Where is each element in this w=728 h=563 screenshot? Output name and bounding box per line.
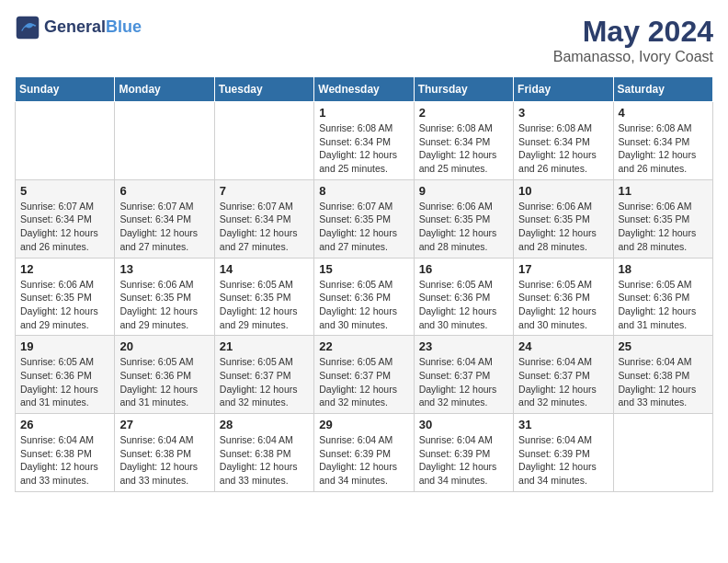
day-number: 2 xyxy=(419,106,508,120)
calendar-cell: 18Sunrise: 6:05 AM Sunset: 6:36 PM Dayli… xyxy=(613,258,712,336)
day-number: 29 xyxy=(319,418,408,431)
day-info: Sunrise: 6:04 AM Sunset: 6:37 PM Dayligh… xyxy=(518,355,608,409)
calendar-cell xyxy=(613,414,712,492)
calendar-cell: 16Sunrise: 6:05 AM Sunset: 6:36 PM Dayli… xyxy=(414,258,513,336)
page-title: May 2024 xyxy=(553,15,713,49)
day-info: Sunrise: 6:04 AM Sunset: 6:38 PM Dayligh… xyxy=(619,355,708,409)
weekday-header-wednesday: Wednesday xyxy=(314,77,414,102)
day-number: 14 xyxy=(220,262,309,276)
day-number: 9 xyxy=(419,184,508,198)
day-info: Sunrise: 6:06 AM Sunset: 6:35 PM Dayligh… xyxy=(119,278,209,332)
day-number: 19 xyxy=(20,339,109,353)
calendar-cell: 31Sunrise: 6:04 AM Sunset: 6:39 PM Dayli… xyxy=(514,414,613,492)
day-info: Sunrise: 6:08 AM Sunset: 6:34 PM Dayligh… xyxy=(518,121,608,176)
calendar-cell: 26Sunrise: 6:04 AM Sunset: 6:38 PM Dayli… xyxy=(16,414,115,492)
calendar-cell: 25Sunrise: 6:04 AM Sunset: 6:38 PM Dayli… xyxy=(613,336,712,414)
calendar-cell: 17Sunrise: 6:05 AM Sunset: 6:36 PM Dayli… xyxy=(514,258,613,336)
calendar-cell: 7Sunrise: 6:07 AM Sunset: 6:34 PM Daylig… xyxy=(214,179,313,258)
page-header: GeneralBlue May 2024 Bamanasso, Ivory Co… xyxy=(15,15,713,65)
day-info: Sunrise: 6:06 AM Sunset: 6:35 PM Dayligh… xyxy=(20,278,109,332)
calendar-cell: 24Sunrise: 6:04 AM Sunset: 6:37 PM Dayli… xyxy=(514,336,613,414)
calendar-cell: 13Sunrise: 6:06 AM Sunset: 6:35 PM Dayli… xyxy=(115,258,214,336)
day-info: Sunrise: 6:05 AM Sunset: 6:37 PM Dayligh… xyxy=(319,355,408,409)
logo: GeneralBlue xyxy=(15,15,142,40)
day-number: 28 xyxy=(220,418,309,431)
weekday-header-saturday: Saturday xyxy=(613,77,712,102)
day-number: 10 xyxy=(518,184,608,198)
calendar-cell xyxy=(115,102,214,180)
calendar-cell: 11Sunrise: 6:06 AM Sunset: 6:35 PM Dayli… xyxy=(613,179,712,258)
day-info: Sunrise: 6:05 AM Sunset: 6:36 PM Dayligh… xyxy=(119,355,209,409)
weekday-header-row: SundayMondayTuesdayWednesdayThursdayFrid… xyxy=(16,77,713,102)
day-info: Sunrise: 6:04 AM Sunset: 6:37 PM Dayligh… xyxy=(419,355,508,409)
day-info: Sunrise: 6:04 AM Sunset: 6:39 PM Dayligh… xyxy=(518,433,608,488)
calendar-cell: 9Sunrise: 6:06 AM Sunset: 6:35 PM Daylig… xyxy=(414,179,513,258)
day-info: Sunrise: 6:07 AM Sunset: 6:34 PM Dayligh… xyxy=(20,200,109,254)
day-number: 5 xyxy=(20,184,109,198)
calendar-cell: 3Sunrise: 6:08 AM Sunset: 6:34 PM Daylig… xyxy=(514,102,613,180)
day-info: Sunrise: 6:08 AM Sunset: 6:34 PM Dayligh… xyxy=(319,121,408,176)
calendar-cell: 21Sunrise: 6:05 AM Sunset: 6:37 PM Dayli… xyxy=(214,336,313,414)
day-info: Sunrise: 6:07 AM Sunset: 6:35 PM Dayligh… xyxy=(319,200,408,254)
calendar-cell: 4Sunrise: 6:08 AM Sunset: 6:34 PM Daylig… xyxy=(613,102,712,180)
calendar-week-4: 19Sunrise: 6:05 AM Sunset: 6:36 PM Dayli… xyxy=(16,336,713,414)
calendar-week-1: 1Sunrise: 6:08 AM Sunset: 6:34 PM Daylig… xyxy=(16,102,713,180)
day-number: 15 xyxy=(319,262,408,276)
day-info: Sunrise: 6:05 AM Sunset: 6:35 PM Dayligh… xyxy=(220,278,309,332)
calendar-cell: 30Sunrise: 6:04 AM Sunset: 6:39 PM Dayli… xyxy=(414,414,513,492)
day-number: 31 xyxy=(518,418,608,431)
calendar-cell: 27Sunrise: 6:04 AM Sunset: 6:38 PM Dayli… xyxy=(115,414,214,492)
day-info: Sunrise: 6:07 AM Sunset: 6:34 PM Dayligh… xyxy=(119,200,209,254)
page-subtitle: Bamanasso, Ivory Coast xyxy=(553,49,713,65)
day-number: 16 xyxy=(419,262,508,276)
weekday-header-sunday: Sunday xyxy=(16,77,115,102)
calendar-cell: 20Sunrise: 6:05 AM Sunset: 6:36 PM Dayli… xyxy=(115,336,214,414)
day-info: Sunrise: 6:05 AM Sunset: 6:37 PM Dayligh… xyxy=(220,355,309,409)
calendar-cell: 19Sunrise: 6:05 AM Sunset: 6:36 PM Dayli… xyxy=(16,336,115,414)
day-number: 23 xyxy=(419,339,508,353)
calendar-cell: 29Sunrise: 6:04 AM Sunset: 6:39 PM Dayli… xyxy=(314,414,414,492)
day-number: 30 xyxy=(419,418,508,431)
day-info: Sunrise: 6:05 AM Sunset: 6:36 PM Dayligh… xyxy=(518,278,608,332)
calendar-cell xyxy=(16,102,115,180)
calendar-cell: 15Sunrise: 6:05 AM Sunset: 6:36 PM Dayli… xyxy=(314,258,414,336)
day-number: 27 xyxy=(119,418,209,431)
calendar-table: SundayMondayTuesdayWednesdayThursdayFrid… xyxy=(15,76,713,492)
day-number: 7 xyxy=(220,184,309,198)
day-info: Sunrise: 6:05 AM Sunset: 6:36 PM Dayligh… xyxy=(20,355,109,409)
weekday-header-friday: Friday xyxy=(514,77,613,102)
calendar-cell xyxy=(214,102,313,180)
day-number: 1 xyxy=(319,106,408,120)
weekday-header-monday: Monday xyxy=(115,77,214,102)
weekday-header-thursday: Thursday xyxy=(414,77,513,102)
title-block: May 2024 Bamanasso, Ivory Coast xyxy=(553,15,713,65)
day-number: 26 xyxy=(20,418,109,431)
calendar-week-5: 26Sunrise: 6:04 AM Sunset: 6:38 PM Dayli… xyxy=(16,414,713,492)
day-number: 13 xyxy=(119,262,209,276)
day-info: Sunrise: 6:04 AM Sunset: 6:39 PM Dayligh… xyxy=(319,433,408,488)
day-info: Sunrise: 6:06 AM Sunset: 6:35 PM Dayligh… xyxy=(419,200,508,254)
day-info: Sunrise: 6:04 AM Sunset: 6:38 PM Dayligh… xyxy=(119,433,209,488)
day-info: Sunrise: 6:08 AM Sunset: 6:34 PM Dayligh… xyxy=(419,121,508,176)
calendar-header: SundayMondayTuesdayWednesdayThursdayFrid… xyxy=(16,77,713,102)
day-info: Sunrise: 6:06 AM Sunset: 6:35 PM Dayligh… xyxy=(619,200,708,254)
calendar-cell: 5Sunrise: 6:07 AM Sunset: 6:34 PM Daylig… xyxy=(16,179,115,258)
day-info: Sunrise: 6:05 AM Sunset: 6:36 PM Dayligh… xyxy=(419,278,508,332)
calendar-week-3: 12Sunrise: 6:06 AM Sunset: 6:35 PM Dayli… xyxy=(16,258,713,336)
calendar-cell: 6Sunrise: 6:07 AM Sunset: 6:34 PM Daylig… xyxy=(115,179,214,258)
day-info: Sunrise: 6:04 AM Sunset: 6:38 PM Dayligh… xyxy=(220,433,309,488)
calendar-cell: 22Sunrise: 6:05 AM Sunset: 6:37 PM Dayli… xyxy=(314,336,414,414)
day-number: 22 xyxy=(319,339,408,353)
day-number: 11 xyxy=(619,184,708,198)
day-number: 12 xyxy=(20,262,109,276)
calendar-cell: 28Sunrise: 6:04 AM Sunset: 6:38 PM Dayli… xyxy=(214,414,313,492)
day-number: 18 xyxy=(619,262,708,276)
calendar-cell: 2Sunrise: 6:08 AM Sunset: 6:34 PM Daylig… xyxy=(414,102,513,180)
day-info: Sunrise: 6:04 AM Sunset: 6:39 PM Dayligh… xyxy=(419,433,508,488)
calendar-week-2: 5Sunrise: 6:07 AM Sunset: 6:34 PM Daylig… xyxy=(16,179,713,258)
day-number: 17 xyxy=(518,262,608,276)
day-info: Sunrise: 6:05 AM Sunset: 6:36 PM Dayligh… xyxy=(619,278,708,332)
calendar-cell: 8Sunrise: 6:07 AM Sunset: 6:35 PM Daylig… xyxy=(314,179,414,258)
calendar-cell: 10Sunrise: 6:06 AM Sunset: 6:35 PM Dayli… xyxy=(514,179,613,258)
logo-text: GeneralBlue xyxy=(44,18,142,37)
